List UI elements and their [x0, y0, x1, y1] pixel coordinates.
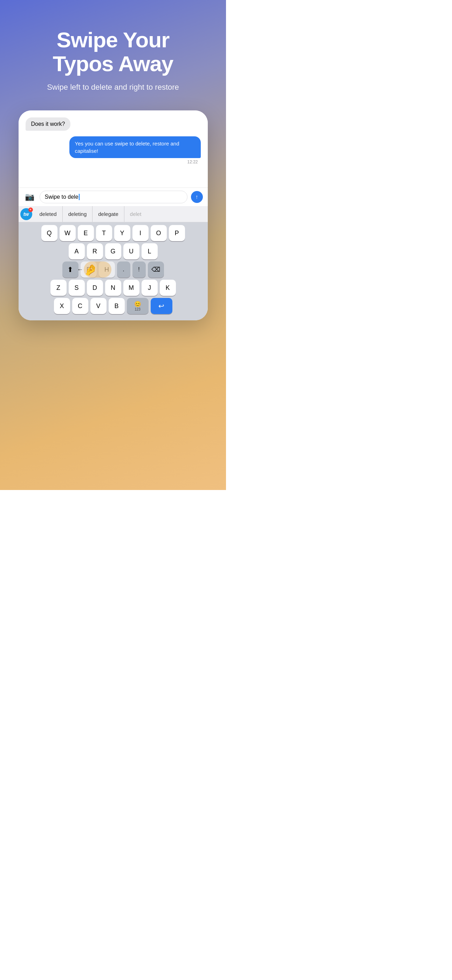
swipe-gesture: ← 🤌 [77, 264, 97, 276]
key-Q[interactable]: Q [41, 225, 57, 241]
key-I[interactable]: I [132, 225, 148, 241]
autocomplete-items: deleted deleting delegate delet [34, 206, 208, 222]
key-K[interactable]: K [160, 280, 176, 296]
key-T[interactable]: T [96, 225, 112, 241]
key-U[interactable]: U [123, 243, 140, 259]
message-input[interactable]: Swipe to dele [40, 191, 188, 203]
key-R[interactable]: R [87, 243, 103, 259]
return-key[interactable]: ↩ [151, 298, 172, 314]
message-time: 12:22 [25, 159, 201, 164]
emoji-icon: 😊 [134, 301, 141, 307]
autocomplete-item-3[interactable]: delegate [92, 206, 124, 222]
backspace-key[interactable]: ⌫ [148, 261, 164, 278]
key-Z[interactable]: Z [51, 280, 67, 296]
keyboard-row-3: ⬆ F H ← 🤌 . ! ⌫ [20, 261, 206, 278]
hero-title: Swipe Your Typos Away [47, 28, 179, 76]
autocomplete-item-2[interactable]: deleting [63, 206, 93, 222]
text-cursor [79, 194, 80, 200]
key-G[interactable]: G [105, 243, 121, 259]
key-P[interactable]: P [169, 225, 185, 241]
logo-text: tw [24, 212, 29, 217]
key-Y[interactable]: Y [114, 225, 131, 241]
key-B[interactable]: B [108, 298, 125, 314]
keyboard-row-5: X C V B 😊 123 ↩ [20, 298, 206, 314]
punct-dot[interactable]: . [117, 261, 131, 278]
hero-section: Swipe Your Typos Away Swipe left to dele… [26, 28, 200, 93]
key-N[interactable]: N [105, 280, 121, 296]
sent-message: Yes you can use swipe to delete, restore… [69, 136, 201, 158]
numeric-label: 123 [135, 307, 140, 311]
camera-button[interactable]: 📷 [24, 191, 36, 203]
keyboard-logo: tw [19, 207, 34, 222]
hero-title-line2: Typos Away [53, 51, 173, 76]
key-X[interactable]: X [54, 298, 70, 314]
background: Swipe Your Typos Away Swipe left to dele… [0, 0, 226, 490]
camera-icon: 📷 [25, 192, 34, 202]
key-E[interactable]: E [78, 225, 94, 241]
autocomplete-item-4[interactable]: delet [124, 206, 147, 222]
key-C[interactable]: C [72, 298, 88, 314]
autocomplete-bar: tw deleted deleting delegate delet [19, 206, 208, 222]
autocomplete-item-1[interactable]: deleted [34, 206, 63, 222]
keyboard: Q W E T Y I O P A R G U L [19, 222, 208, 320]
key-J[interactable]: J [142, 280, 158, 296]
hero-subtitle: Swipe left to delete and right to restor… [47, 82, 179, 93]
hero-title-line1: Swipe Your [57, 28, 170, 52]
key-S[interactable]: S [69, 280, 85, 296]
key-A[interactable]: A [69, 243, 85, 259]
key-O[interactable]: O [151, 225, 167, 241]
key-M[interactable]: M [123, 280, 140, 296]
send-icon: ↑ [196, 194, 198, 200]
chat-area: Does it work? Yes you can use swipe to d… [19, 110, 208, 188]
emoji-123-key[interactable]: 😊 123 [127, 298, 148, 314]
input-bar: 📷 Swipe to dele ↑ [19, 188, 208, 206]
sent-message-wrap: Yes you can use swipe to delete, restore… [25, 136, 201, 158]
punct-exclaim[interactable]: ! [132, 261, 146, 278]
keyboard-row-1: Q W E T Y I O P [20, 225, 206, 241]
keyboard-row-4: Z S D N M J K [20, 280, 206, 296]
shift-key[interactable]: ⬆ [62, 261, 78, 278]
key-V[interactable]: V [91, 298, 107, 314]
logo-circle: tw [20, 208, 32, 220]
keyboard-row-2: A R G U L [20, 243, 206, 259]
received-message: Does it work? [25, 118, 71, 131]
key-L[interactable]: L [142, 243, 158, 259]
send-button[interactable]: ↑ [191, 191, 203, 203]
input-text: Swipe to dele [45, 194, 78, 200]
key-D[interactable]: D [87, 280, 103, 296]
phone-mockup: Does it work? Yes you can use swipe to d… [19, 110, 208, 320]
key-W[interactable]: W [60, 225, 76, 241]
